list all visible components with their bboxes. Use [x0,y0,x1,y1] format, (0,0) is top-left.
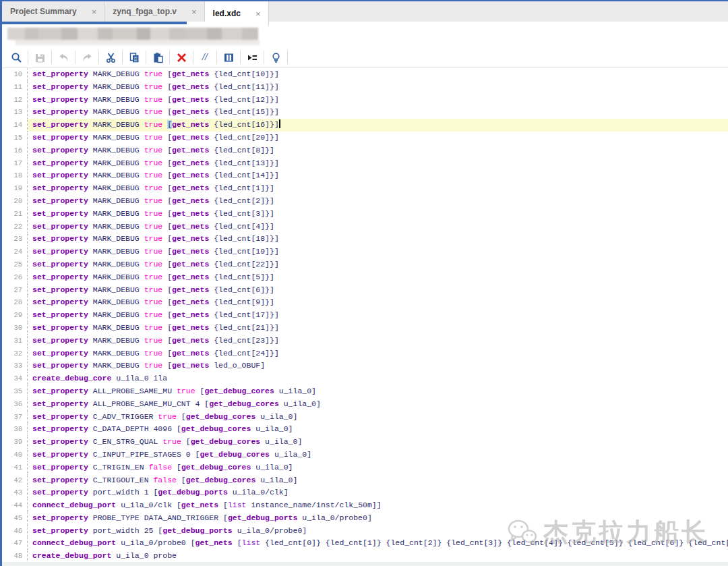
code-token: true [144,361,163,370]
code-line[interactable]: 45set_property PROBE_TYPE DATA_AND_TRIGG… [2,512,728,525]
code-token: {led_cnt[19]}] [209,247,279,256]
code-token: set_property [32,476,88,484]
line-number: 27 [2,284,28,297]
code-line[interactable]: 40set_property C_INPUT_PIPE_STAGES 0 [ge… [2,449,728,461]
lightbulb-icon[interactable] [266,49,286,66]
code-token: true [144,234,163,243]
code-line[interactable]: 13set_property MARK_DEBUG true [get_nets… [2,106,728,119]
code-token: set_property [32,95,88,104]
tab-led-xdc[interactable]: led.xdc× [205,1,269,26]
code-line[interactable]: 28set_property MARK_DEBUG true [get_nets… [2,296,728,309]
search-icon[interactable] [6,49,26,66]
redacted-file-path [7,28,260,45]
code-line[interactable]: 36set_property ALL_PROBE_SAME_MU_CNT 4 [… [2,398,728,411]
code-token: [ [181,437,191,446]
code-line[interactable]: 31set_property MARK_DEBUG true [get_nets… [2,335,728,347]
code-line-text: set_property port_width 1 [get_debug_por… [28,486,728,499]
code-line[interactable]: 48create_debug_port u_ila_0 probe [2,550,728,562]
redo-icon[interactable] [77,49,97,66]
code-line[interactable]: 23set_property MARK_DEBUG true [get_nets… [2,233,728,246]
code-token: {led_cnt[10]}] [209,69,279,78]
code-token: MARK_DEBUG [88,349,144,358]
code-token: true [144,209,163,218]
line-number: 41 [2,461,28,474]
toolbar-separator [146,51,146,64]
code-token: [ [162,69,172,78]
code-line[interactable]: 15set_property MARK_DEBUG true [get_nets… [2,132,728,144]
code-token: get_nets [172,183,209,192]
code-token: set_property [32,361,88,370]
code-line[interactable]: 41set_property C_TRIGIN_EN false [get_de… [2,461,728,474]
code-line[interactable]: 24set_property MARK_DEBUG true [get_nets… [2,246,728,258]
code-token: get_nets [172,222,209,231]
tab-label: zynq_fpga_top.v [113,7,177,16]
indent-icon[interactable] [242,49,262,66]
code-line[interactable]: 39set_property C_EN_STRG_QUAL true [get_… [2,436,728,449]
code-token: port_width 25 [ [88,526,162,535]
code-line[interactable]: 47connect_debug_port u_ila_0/probe0 [get… [2,537,728,550]
code-line[interactable]: 10set_property MARK_DEBUG true [get_nets… [2,68,728,81]
code-token: [ [162,95,172,104]
code-line[interactable]: 33set_property MARK_DEBUG true [get_nets… [2,360,728,372]
code-line-text: set_property MARK_DEBUG true [get_nets {… [28,246,728,258]
cut-icon[interactable] [100,49,121,66]
code-line[interactable]: 20set_property MARK_DEBUG true [get_nets… [2,195,728,208]
code-line[interactable]: 26set_property MARK_DEBUG true [get_nets… [2,271,728,284]
code-line[interactable]: 25set_property MARK_DEBUG true [get_nets… [2,258,728,271]
code-line[interactable]: 38set_property C_DATA_DEPTH 4096 [get_de… [2,423,728,436]
code-token: {led_cnt[22]}] [209,260,279,268]
code-token: get_nets [172,133,209,142]
code-line[interactable]: 30set_property MARK_DEBUG true [get_nets… [2,322,728,335]
code-line-text: set_property MARK_DEBUG true [get_nets {… [28,271,728,284]
toggle-columns-icon[interactable] [218,49,239,66]
code-line[interactable]: 43set_property port_width 1 [get_debug_p… [2,486,728,499]
code-line[interactable]: 34create_debug_core u_ila_0 ila [2,372,728,385]
code-line[interactable]: 44connect_debug_port u_ila_0/clk [get_ne… [2,499,728,512]
code-line[interactable]: 29set_property MARK_DEBUG true [get_nets… [2,309,728,322]
code-token: {led_cnt[1]}] [209,183,274,192]
code-line[interactable]: 14set_property MARK_DEBUG true [get_nets… [2,119,728,132]
paste-icon[interactable] [148,49,168,66]
file-path-bar [2,24,728,47]
code-line[interactable]: 35set_property ALL_PROBE_SAME_MU true [g… [2,385,728,398]
code-token: MARK_DEBUG [88,95,144,104]
code-editor[interactable]: 10set_property MARK_DEBUG true [get_nets… [2,68,728,562]
code-line[interactable]: 46set_property port_width 25 [get_debug_… [2,525,728,538]
tab-close-icon[interactable]: × [254,9,262,19]
code-token: true [144,95,163,104]
tab-close-icon[interactable]: × [90,7,98,17]
code-token: set_property [32,120,88,129]
code-line[interactable]: 18set_property MARK_DEBUG true [get_nets… [2,169,728,182]
tab-zynq-fpga-top-v[interactable]: zynq_fpga_top.v× [104,1,204,22]
delete-icon[interactable] [171,49,191,66]
code-line[interactable]: 27set_property MARK_DEBUG true [get_nets… [2,284,728,297]
code-line[interactable]: 19set_property MARK_DEBUG true [get_nets… [2,182,728,195]
code-line[interactable]: 21set_property MARK_DEBUG true [get_nets… [2,208,728,221]
code-token: [ [162,361,172,370]
code-line[interactable]: 22set_property MARK_DEBUG true [get_nets… [2,221,728,233]
code-line[interactable]: 37set_property C_ADV_TRIGGER true [get_d… [2,411,728,424]
code-line-text: set_property MARK_DEBUG true [get_nets {… [28,322,728,335]
code-token: true [144,222,163,231]
code-token: [ [162,133,172,142]
line-number: 30 [2,322,28,335]
toggle-comment-icon[interactable]: // [195,49,215,66]
horizontal-scrollbar-track[interactable] [2,562,728,566]
code-token: connect_debug_port [32,538,116,547]
code-token: {led_cnt[17]}] [209,310,279,319]
code-token: u_ila_0] [255,412,297,421]
code-line[interactable]: 32set_property MARK_DEBUG true [get_nets… [2,347,728,360]
code-line[interactable]: 42set_property C_TRIGOUT_EN false [get_d… [2,474,728,487]
code-token: true [144,247,163,256]
copy-icon[interactable] [124,49,144,66]
code-line[interactable]: 11set_property MARK_DEBUG true [get_nets… [2,81,728,94]
code-line[interactable]: 16set_property MARK_DEBUG true [get_nets… [2,144,728,157]
tab-close-icon[interactable]: × [190,7,198,17]
code-token: set_property [32,222,88,231]
tab-project-summary[interactable]: Project Summary× [2,1,104,22]
undo-icon[interactable] [53,49,73,66]
code-line[interactable]: 12set_property MARK_DEBUG true [get_nets… [2,94,728,107]
save-icon[interactable] [30,49,50,66]
code-line[interactable]: 17set_property MARK_DEBUG true [get_nets… [2,157,728,170]
code-token: [ [162,196,172,205]
